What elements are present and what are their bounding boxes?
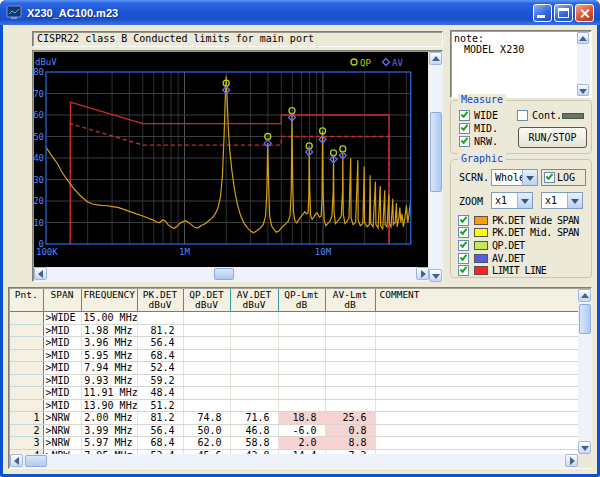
table-row[interactable]: 1>NRW2.00 MHz81.274.871.618.825.6	[10, 412, 578, 425]
table-cell	[278, 374, 325, 387]
table-cell	[278, 387, 325, 400]
table-cell	[10, 362, 43, 375]
chart-horizontal-scrollbar[interactable]	[34, 267, 429, 282]
table-row[interactable]: >WIDE15.00 MHz	[10, 312, 578, 325]
test-title-text: CISPR22 class B Conducted limits for mai…	[37, 33, 314, 44]
measure-checkbox-mid[interactable]	[459, 123, 470, 134]
table-row[interactable]: 2>NRW3.99 MHz56.450.046.8-6.00.8	[10, 424, 578, 437]
graphic-group: Graphic SCRN. Whole LOG ZOOM x1 x1 PK.DE…	[450, 159, 592, 278]
table-horizontal-scrollbar[interactable]	[10, 454, 578, 468]
scroll-left-icon	[38, 270, 43, 278]
test-title-field[interactable]: CISPR22 class B Conducted limits for mai…	[32, 31, 443, 47]
table-cell	[278, 362, 325, 375]
table-row[interactable]: >MID11.91 MHz48.4	[10, 387, 578, 400]
scroll-down-button[interactable]	[429, 269, 442, 282]
trace-visibility-checkbox[interactable]	[458, 215, 469, 226]
table-cell	[325, 312, 375, 325]
table-row[interactable]: >MID9.93 MHz59.2	[10, 374, 578, 387]
maximize-button[interactable]	[554, 4, 573, 22]
chart-vertical-scrollbar[interactable]	[429, 52, 443, 282]
spectrum-chart[interactable]: dBuV01020304050607080100K1M10MQPAV	[34, 52, 428, 267]
table-cell: >WIDE	[43, 312, 81, 325]
table-cell	[183, 387, 230, 400]
measure-check-label: WIDE	[474, 110, 498, 121]
close-button[interactable]	[575, 4, 594, 22]
trace-visibility-checkbox[interactable]	[458, 253, 469, 264]
scroll-up-button[interactable]	[578, 289, 591, 302]
check-icon	[460, 227, 468, 235]
table-cell	[278, 337, 325, 350]
table-vertical-scrollbar[interactable]	[578, 289, 592, 454]
log-label: LOG	[557, 172, 575, 183]
table-cell	[325, 374, 375, 387]
table-cell: >MID	[43, 349, 81, 362]
table-row[interactable]: >MID1.98 MHz81.2	[10, 324, 578, 337]
table-cell	[325, 362, 375, 375]
table-cell: 25.6	[325, 412, 375, 425]
scroll-up-icon	[581, 293, 589, 298]
table-row[interactable]: >MID3.96 MHz56.4	[10, 337, 578, 350]
table-cell	[375, 362, 578, 375]
scroll-up-button[interactable]	[429, 52, 442, 65]
note-box[interactable]: note: MODEL X230	[450, 30, 592, 98]
scroll-left-button[interactable]	[10, 454, 23, 467]
table-row[interactable]: >MID7.94 MHz52.4	[10, 362, 578, 375]
svg-text:10M: 10M	[315, 247, 332, 257]
scroll-down-button[interactable]	[577, 84, 589, 96]
trace-visibility-checkbox[interactable]	[458, 265, 469, 276]
scroll-right-button[interactable]	[565, 454, 578, 467]
table-row[interactable]: >MID5.95 MHz68.4	[10, 349, 578, 362]
table-row[interactable]: 3>NRW5.97 MHz68.462.058.82.08.8	[10, 437, 578, 450]
check-icon	[460, 240, 468, 248]
table-cell: 68.4	[137, 349, 183, 362]
table-cell	[375, 312, 578, 325]
trace-visibility-checkbox[interactable]	[458, 240, 469, 251]
chevron-down-icon[interactable]	[517, 193, 532, 208]
table-cell: 74.8	[183, 412, 230, 425]
scroll-right-button[interactable]	[416, 267, 429, 280]
chevron-down-icon[interactable]	[567, 193, 582, 208]
table-cell: 1.98 MHz	[81, 324, 137, 337]
log-checkbox[interactable]	[544, 172, 555, 183]
note-scrollbar[interactable]	[577, 32, 590, 96]
trace-legend-row: AV.DET	[458, 252, 589, 265]
scroll-left-button[interactable]	[34, 267, 47, 280]
chart-hscroll-thumb[interactable]	[214, 268, 234, 280]
chart-vscroll-thumb[interactable]	[430, 112, 442, 192]
table-cell	[325, 399, 375, 412]
scroll-up-button[interactable]	[577, 32, 589, 44]
chart-panel: dBuV01020304050607080100K1M10MQPAV	[32, 50, 443, 282]
table-cell	[325, 387, 375, 400]
measure-checkbox-wide[interactable]	[459, 110, 470, 121]
table-hscroll-thumb[interactable]	[25, 455, 47, 467]
table-cell	[230, 349, 278, 362]
measure-checkbox-nrw[interactable]	[459, 136, 470, 147]
minimize-button[interactable]	[533, 4, 552, 22]
cont-checkbox[interactable]	[517, 110, 528, 121]
scroll-right-icon	[570, 457, 575, 465]
table-vscroll-thumb[interactable]	[579, 304, 591, 334]
trace-visibility-checkbox[interactable]	[458, 227, 469, 238]
graphic-caption: Graphic	[458, 153, 506, 164]
table-cell	[183, 337, 230, 350]
scroll-down-button[interactable]	[578, 441, 591, 454]
check-icon	[460, 215, 468, 223]
scroll-right-icon	[421, 270, 426, 278]
zoom-y-select[interactable]: x1	[541, 192, 583, 209]
table-cell: 0.8	[325, 424, 375, 437]
run-stop-button[interactable]: RUN/STOP	[518, 127, 587, 148]
zoom-x-select[interactable]: x1	[491, 192, 533, 209]
table-row[interactable]: >MID13.90 MHz51.2	[10, 399, 578, 412]
table-cell: >NRW	[43, 424, 81, 437]
log-check-row: LOG	[541, 169, 586, 186]
chevron-down-icon[interactable]	[522, 170, 537, 185]
table-cell: 13.90 MHz	[81, 399, 137, 412]
table-cell	[230, 362, 278, 375]
scrn-select[interactable]: Whole	[491, 169, 538, 186]
check-icon	[460, 265, 468, 273]
table-cell: 3.99 MHz	[81, 424, 137, 437]
svg-text:80: 80	[34, 67, 44, 77]
scroll-down-icon	[579, 89, 587, 94]
table-cell: 58.8	[230, 437, 278, 450]
scroll-left-icon	[14, 457, 19, 465]
